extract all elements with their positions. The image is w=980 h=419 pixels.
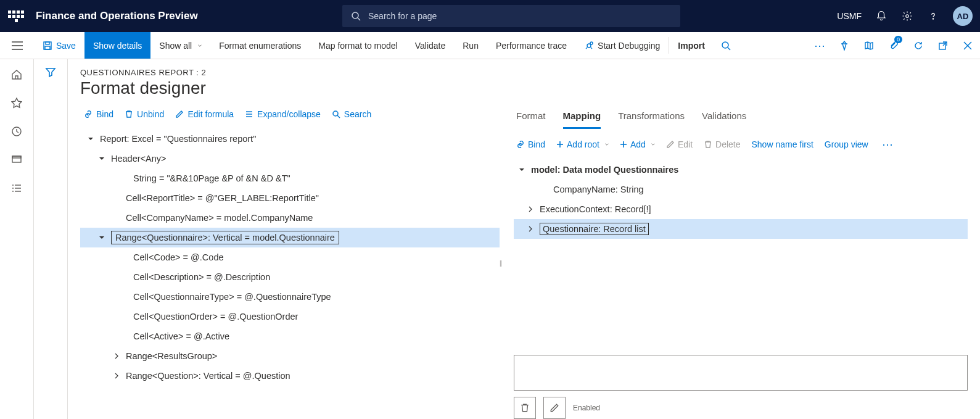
rail-modules-icon[interactable] [10, 181, 23, 195]
svg-point-29 [333, 111, 338, 116]
save-button[interactable]: Save [34, 32, 84, 59]
tree-search-button[interactable]: Search [332, 109, 371, 119]
tree-node-questionnaire-range[interactable]: Range<Questionnaire>: Vertical = model.Q… [80, 228, 500, 247]
tree-node-reporttitle[interactable]: Cell<ReportTitle> = @"GER_LABEL:ReportTi… [80, 188, 500, 208]
tree-node-code[interactable]: Cell<Code> = @.Code [80, 247, 500, 267]
app-title: Finance and Operations Preview [36, 10, 198, 22]
bind-button[interactable]: Bind [84, 109, 113, 119]
svg-point-12 [722, 42, 728, 48]
tree-node-report[interactable]: Report: Excel = "Questionnaires report" [80, 129, 500, 149]
rail-clock-icon[interactable] [10, 125, 23, 138]
search-placeholder: Search for a page [368, 11, 437, 21]
rail-workspace-icon[interactable] [10, 153, 23, 167]
search-icon [351, 11, 361, 21]
tree-node-description[interactable]: Cell<Description> = @.Description [80, 267, 500, 287]
tree-label: ExecutionContext: Record[!] [540, 204, 651, 214]
expand-collapse-button[interactable]: Expand/collapse [245, 109, 321, 119]
diamond-icon[interactable] [832, 32, 857, 59]
model-node-root[interactable]: model: Data model Questionnaires [514, 160, 968, 180]
run-button[interactable]: Run [454, 32, 487, 59]
column-splitter[interactable] [500, 107, 501, 419]
svg-rect-19 [12, 156, 21, 158]
add-button[interactable]: Add [620, 139, 655, 149]
tree-label: Report: Excel = "Questionnaires report" [100, 134, 256, 144]
trash-icon [125, 110, 133, 118]
list-icon [245, 110, 253, 118]
search-action-icon[interactable] [714, 32, 738, 59]
close-icon[interactable] [955, 32, 980, 59]
svg-line-13 [728, 48, 730, 50]
tree-node-question-range[interactable]: Range<Question>: Vertical = @.Question [80, 366, 500, 386]
unbind-button[interactable]: Unbind [125, 109, 164, 119]
svg-line-1 [358, 18, 360, 20]
tab-transformations[interactable]: Transformations [618, 107, 685, 129]
gear-icon[interactable] [901, 10, 913, 22]
tree-label: Header<Any> [111, 154, 166, 164]
trash-icon [520, 403, 530, 413]
performance-trace-button[interactable]: Performance trace [487, 32, 575, 59]
show-details-button[interactable]: Show details [84, 32, 150, 59]
tab-format[interactable]: Format [516, 107, 546, 129]
edit-formula-button[interactable]: Edit formula [175, 109, 234, 119]
import-button[interactable]: Import [669, 32, 714, 59]
right-overflow-icon[interactable]: ⋯ [879, 138, 896, 151]
rail-star-icon[interactable] [10, 96, 23, 110]
model-node-executioncontext[interactable]: ExecutionContext: Record[!] [514, 199, 968, 219]
tree-label: Range<Question>: Vertical = @.Question [126, 371, 290, 381]
popout-icon[interactable] [931, 32, 955, 59]
chevron-down-icon [196, 44, 202, 48]
chevron-down-icon [649, 143, 655, 146]
link-icon [84, 110, 93, 118]
svg-point-2 [906, 15, 909, 18]
nav-toggle[interactable] [0, 32, 34, 59]
formula-input[interactable] [514, 355, 968, 391]
refresh-icon[interactable] [906, 32, 931, 59]
map-icon[interactable] [857, 32, 881, 59]
format-enumerations-button[interactable]: Format enumerations [210, 32, 310, 59]
show-all-button[interactable]: Show all [150, 32, 210, 59]
model-node-questionnaire[interactable]: Questionnaire: Record list [514, 219, 968, 239]
tree-node-questionorder[interactable]: Cell<QuestionOrder> = @.QuestionOrder [80, 307, 500, 326]
tree-node-resultsgroup[interactable]: Range<ResultsGroup> [80, 346, 500, 366]
svg-line-30 [337, 115, 340, 118]
attach-badge: 0 [894, 36, 902, 43]
edit-label: Edit [678, 139, 693, 149]
help-icon[interactable] [927, 10, 939, 22]
model-node-companyname[interactable]: CompanyName: String [514, 180, 968, 199]
filter-icon[interactable] [45, 67, 56, 419]
tab-mapping[interactable]: Mapping [563, 107, 601, 129]
waffle-menu[interactable] [7, 7, 25, 25]
format-tree[interactable]: Report: Excel = "Questionnaires report" … [80, 127, 500, 419]
validate-button[interactable]: Validate [406, 32, 455, 59]
tree-node-questionnairetype[interactable]: Cell<QuestionnaireType> = @.Questionnair… [80, 287, 500, 307]
right-bind-button[interactable]: Bind [516, 139, 545, 149]
bell-icon[interactable] [875, 10, 887, 22]
tree-node-header[interactable]: Header<Any> [80, 149, 500, 168]
formula-edit-button[interactable] [543, 397, 566, 419]
tree-label: Range<Questionnaire>: Vertical = model.Q… [111, 231, 339, 244]
tree-node-string[interactable]: String = "&R&10Page &P of &N &D &T" [80, 168, 500, 188]
map-format-button[interactable]: Map format to model [310, 32, 406, 59]
tree-label: Cell<Code> = @.Code [133, 252, 224, 262]
bind-label: Bind [96, 109, 113, 119]
user-avatar[interactable]: AD [953, 6, 973, 26]
tree-node-active[interactable]: Cell<Active> = @.Active [80, 326, 500, 346]
legal-entity[interactable]: USMF [837, 11, 862, 21]
show-name-first-button[interactable]: Show name first [751, 139, 813, 149]
global-search[interactable]: Search for a page [342, 5, 680, 27]
group-view-button[interactable]: Group view [825, 139, 868, 149]
start-debugging-button[interactable]: Start Debugging [575, 32, 669, 59]
tree-node-companyname[interactable]: Cell<CompanyName> = model.CompanyName [80, 208, 500, 228]
add-root-button[interactable]: Add root [556, 139, 609, 149]
tree-label: CompanyName: String [553, 185, 644, 194]
overflow-icon[interactable]: ⋯ [807, 32, 832, 59]
mapping-tree[interactable]: model: Data model Questionnaires Company… [514, 157, 968, 241]
svg-point-3 [933, 19, 933, 19]
attach-icon[interactable]: 0 [881, 32, 906, 59]
tab-validations[interactable]: Validations [702, 107, 746, 129]
tree-label: Cell<QuestionnaireType> = @.Questionnair… [133, 292, 331, 302]
link-icon [516, 140, 525, 149]
formula-delete-button[interactable] [514, 397, 536, 419]
edit-button: Edit [666, 139, 693, 149]
rail-home-icon[interactable] [10, 68, 23, 81]
